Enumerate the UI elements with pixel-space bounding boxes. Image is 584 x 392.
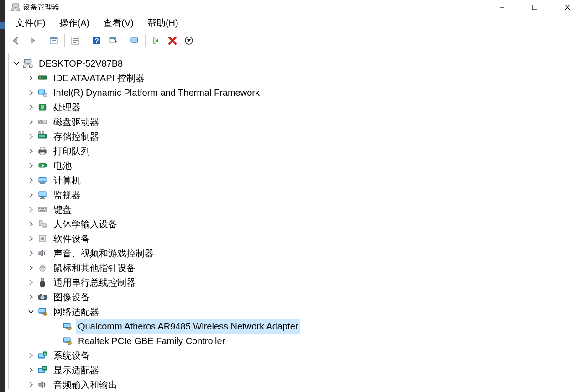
chevron-right-icon[interactable] (26, 73, 36, 83)
menu-view[interactable]: 查看(V) (98, 15, 139, 31)
chevron-right-icon[interactable] (26, 248, 36, 258)
chevron-right-icon[interactable] (26, 161, 36, 171)
window-close-button[interactable] (551, 0, 584, 15)
tree-category-label: 通用串行总线控制器 (52, 275, 137, 290)
tree-category-label: 软件设备 (52, 231, 92, 246)
tree-root-label: DESKTOP-52V87B8 (37, 56, 125, 71)
toolbar-scan-hardware-button[interactable] (105, 33, 121, 48)
imaging-device-icon (37, 292, 48, 302)
chevron-right-icon[interactable] (26, 204, 36, 214)
hid-icon (37, 219, 48, 229)
tree-category-node[interactable]: Intel(R) Dynamic Platform and Thermal Fr… (9, 85, 581, 100)
toolbar-back-button[interactable] (8, 33, 24, 48)
chevron-right-icon[interactable] (26, 175, 36, 185)
chevron-right-icon[interactable] (26, 277, 36, 287)
tree-category-node[interactable]: 音频输入和输出 (9, 377, 581, 389)
tree-category-node[interactable]: 软件设备 (9, 231, 581, 246)
menu-help[interactable]: 帮助(H) (142, 15, 184, 31)
tree-category-node[interactable]: 声音、视频和游戏控制器 (9, 246, 581, 261)
chevron-right-icon[interactable] (26, 219, 36, 229)
toolbar-properties-button[interactable] (68, 33, 83, 48)
svg-text:?: ? (94, 37, 99, 44)
chevron-down-icon[interactable] (11, 58, 21, 68)
toolbar-enable-device-button[interactable] (148, 33, 164, 48)
tree-category-label: IDE ATA/ATAPI 控制器 (52, 71, 146, 85)
window-minimize-button[interactable] (485, 0, 518, 15)
audio-io-icon (37, 380, 48, 389)
window-title: 设备管理器 (23, 3, 59, 12)
mouse-icon (37, 263, 48, 273)
tree-category-label: 键盘 (52, 202, 73, 217)
toolbar-forward-button[interactable] (25, 33, 40, 48)
tree-category-label: 电池 (52, 158, 73, 173)
chevron-right-icon[interactable] (26, 190, 36, 200)
device-tree-panel: DESKTOP-52V87B8 IDE ATA/ATAPI 控制器 Intel(… (8, 53, 581, 389)
printer-icon (37, 146, 48, 156)
device-manager-window: 设备管理器 文件(F) 操作(A) 查看(V) 帮助(H) (5, 0, 584, 392)
chevron-right-icon[interactable] (26, 146, 36, 156)
menu-file[interactable]: 文件(F) (10, 15, 51, 31)
chevron-right-icon[interactable] (26, 365, 36, 375)
tree-category-node[interactable]: 显示适配器 (9, 363, 581, 377)
svg-rect-13 (73, 40, 78, 41)
tree-category-label: 系统设备 (52, 348, 92, 363)
chevron-right-icon[interactable] (26, 350, 36, 361)
tree-category-label: 打印队列 (52, 144, 92, 158)
tree-category-node[interactable]: 处理器 (9, 100, 581, 115)
tree-category-label: 音频输入和输出 (52, 377, 119, 389)
chevron-right-icon[interactable] (26, 131, 36, 141)
chevron-right-icon[interactable] (26, 88, 36, 98)
menu-bar: 文件(F) 操作(A) 查看(V) 帮助(H) (5, 15, 584, 31)
tree-category-node[interactable]: 系统设备 (9, 348, 581, 363)
usb-icon (37, 277, 48, 287)
computer-icon (22, 58, 33, 68)
chevron-right-icon[interactable] (26, 263, 36, 273)
tree-category-label: 鼠标和其他指针设备 (52, 261, 137, 275)
window-maximize-button[interactable] (518, 0, 551, 15)
svg-rect-1 (15, 7, 16, 9)
tree-category-node[interactable]: 键盘 (9, 202, 581, 217)
tree-device-node[interactable]: Qualcomm Atheros AR9485 Wireless Network… (9, 319, 581, 334)
chevron-right-icon[interactable] (26, 117, 36, 127)
tree-category-label: 显示适配器 (52, 363, 101, 377)
tree-category-node[interactable]: IDE ATA/ATAPI 控制器 (9, 71, 581, 85)
tree-category-label: 存储控制器 (52, 129, 101, 144)
tree-category-node[interactable]: 磁盘驱动器 (9, 115, 581, 129)
toolbar-update-driver-button[interactable] (127, 33, 142, 48)
battery-icon (37, 161, 48, 171)
toolbar-show-hidden-button[interactable] (46, 33, 62, 48)
toolbar-disable-device-button[interactable] (165, 33, 180, 48)
tree-category-node[interactable]: 通用串行总线控制器 (9, 275, 581, 290)
tree-category-node[interactable]: 人体学输入设备 (9, 217, 581, 231)
tree-category-node[interactable]: 计算机 (9, 173, 581, 188)
svg-rect-9 (50, 37, 57, 39)
svg-rect-14 (73, 42, 76, 43)
tree-root-node[interactable]: DESKTOP-52V87B8 (9, 56, 581, 71)
tree-category-node[interactable]: 电池 (9, 158, 581, 173)
tree-category-label: 声音、视频和游戏控制器 (52, 246, 156, 261)
chevron-right-icon[interactable] (26, 292, 36, 302)
tree-category-label: 磁盘驱动器 (52, 115, 101, 129)
chevron-right-icon[interactable] (26, 234, 36, 244)
tree-category-node[interactable]: 存储控制器 (9, 129, 581, 144)
menu-action[interactable]: 操作(A) (54, 15, 95, 31)
svg-rect-21 (133, 42, 136, 43)
chevron-right-icon[interactable] (26, 380, 36, 389)
tree-device-node[interactable]: Realtek PCIe GBE Family Controller (9, 334, 581, 348)
tree-category-label: 图像设备 (52, 290, 92, 304)
chevron-right-icon[interactable] (26, 102, 36, 112)
toolbar: ? (5, 31, 584, 50)
chevron-down-icon[interactable] (26, 307, 36, 317)
tree-category-node[interactable]: 鼠标和其他指针设备 (9, 261, 581, 275)
tree-category-node[interactable]: 打印队列 (9, 144, 581, 158)
tree-category-node[interactable]: 图像设备 (9, 290, 581, 304)
tree-category-label: 处理器 (52, 100, 83, 115)
toolbar-help-button[interactable]: ? (89, 33, 104, 48)
tree-category-node[interactable]: 网络适配器 (9, 304, 581, 319)
toolbar-uninstall-device-button[interactable] (181, 33, 197, 48)
title-bar: 设备管理器 (5, 0, 584, 15)
display-adapter-icon (37, 365, 48, 375)
device-manager-app-icon (11, 3, 20, 12)
tree-category-node[interactable]: 监视器 (9, 188, 581, 202)
svg-rect-18 (110, 37, 116, 39)
